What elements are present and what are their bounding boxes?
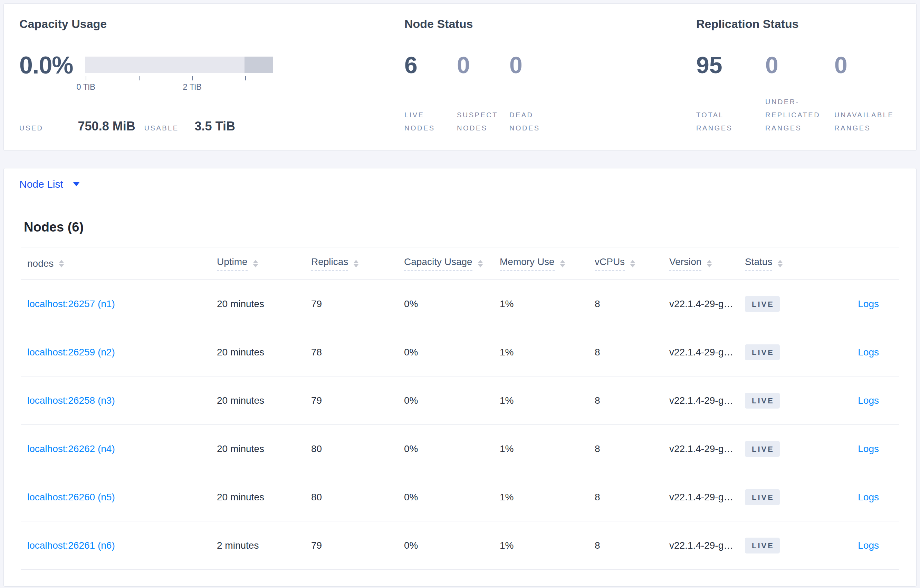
uptime-cell: 20 minutes [217, 347, 311, 358]
column-header-replicas[interactable]: Replicas [311, 256, 404, 271]
node-address-link[interactable]: localhost:26261 (n6) [27, 540, 115, 551]
logs-link[interactable]: Logs [858, 540, 879, 551]
stat-label: UNDER-REPLICATED RANGES [765, 95, 831, 134]
stat-value: 0 [834, 53, 916, 77]
node-address-link[interactable]: localhost:26260 (n5) [27, 492, 115, 502]
logs-link[interactable]: Logs [858, 347, 879, 357]
table-row: localhost:26258 (n3) 20 minutes 79 0% 1%… [21, 376, 899, 425]
sort-desc-icon [707, 264, 712, 267]
node-address-link[interactable]: localhost:26257 (n1) [27, 299, 115, 309]
status-badge: LIVE [745, 393, 780, 409]
capacity-used-percent: 0.0% [19, 53, 73, 77]
logs-link[interactable]: Logs [858, 443, 879, 454]
replicas-cell: 80 [311, 443, 404, 454]
status-badge: LIVE [745, 538, 780, 554]
node-address-link[interactable]: localhost:26262 (n4) [27, 443, 115, 454]
sort-icon[interactable] [778, 260, 782, 267]
capacity-usage-cell: 0% [404, 395, 500, 406]
uptime-cell: 20 minutes [217, 492, 311, 503]
logs-link[interactable]: Logs [858, 395, 879, 406]
replicas-cell: 78 [311, 347, 404, 358]
vcpus-cell: 8 [595, 443, 669, 454]
used-value: 750.8 MiB [78, 119, 135, 134]
capacity-usage-panel: Capacity Usage 0.0% 0 TiB 2 TiB USED 750… [4, 4, 404, 150]
node-address-link[interactable]: localhost:26259 (n2) [27, 347, 115, 357]
column-header-uptime[interactable]: Uptime [217, 256, 311, 271]
memory-use-cell: 1% [500, 540, 595, 551]
capacity-usage-cell: 0% [404, 492, 500, 503]
node-status-title: Node Status [404, 17, 696, 31]
axis-tick [139, 76, 139, 81]
vcpus-cell: 8 [595, 347, 669, 358]
sort-asc-icon [59, 260, 64, 263]
column-header-label: Version [669, 256, 701, 271]
sort-asc-icon [560, 260, 565, 263]
sort-icon[interactable] [630, 260, 635, 267]
column-header-label: vCPUs [595, 256, 625, 271]
status-badge: LIVE [745, 344, 780, 360]
column-header-status[interactable]: Status [745, 256, 824, 271]
sort-desc-icon [253, 264, 258, 267]
stat-label: SUSPECT NODES [457, 108, 504, 134]
capacity-usage-cell: 0% [404, 347, 500, 358]
sort-desc-icon [59, 264, 64, 267]
sort-icon[interactable] [354, 260, 358, 267]
capacity-usage-title: Capacity Usage [19, 17, 404, 31]
column-header-capacity-usage[interactable]: Capacity Usage [404, 256, 500, 271]
column-header-memory-use[interactable]: Memory Use [500, 256, 595, 271]
axis-tick [245, 76, 246, 81]
uptime-cell: 2 minutes [217, 540, 311, 551]
logs-link[interactable]: Logs [858, 492, 879, 502]
stat-value: 0 [509, 53, 696, 77]
stat-label: TOTAL RANGES [696, 108, 762, 134]
stat-label: LIVE NODES [404, 108, 451, 134]
column-header-vcpus[interactable]: vCPUs [595, 256, 669, 271]
version-cell: v22.1.4-29-g… [669, 443, 745, 454]
table-row: localhost:26261 (n6) 2 minutes 79 0% 1% … [21, 522, 899, 570]
vcpus-cell: 8 [595, 540, 669, 551]
version-cell: v22.1.4-29-g… [669, 540, 745, 551]
node-list-dropdown-label[interactable]: Node List [19, 178, 63, 190]
usable-label: USABLE [144, 121, 179, 134]
vcpus-cell: 8 [595, 299, 669, 310]
sort-desc-icon [560, 264, 565, 267]
sort-icon[interactable] [478, 260, 483, 267]
status-badge: LIVE [745, 489, 780, 505]
memory-use-cell: 1% [500, 492, 595, 503]
table-body: localhost:26257 (n1) 20 minutes 79 0% 1%… [21, 280, 899, 570]
column-header-label: nodes [27, 258, 53, 269]
capacity-bar [85, 57, 273, 73]
version-cell: v22.1.4-29-g… [669, 299, 745, 310]
sort-icon[interactable] [253, 260, 258, 267]
uptime-cell: 20 minutes [217, 443, 311, 454]
replicas-cell: 79 [311, 299, 404, 310]
uptime-cell: 20 minutes [217, 299, 311, 310]
column-header-version[interactable]: Version [669, 256, 745, 271]
column-header-label: Memory Use [500, 256, 555, 271]
replication-status-panel: Replication Status 9500 TOTAL RANGESUNDE… [696, 4, 916, 150]
version-cell: v22.1.4-29-g… [669, 492, 745, 503]
replicas-cell: 80 [311, 492, 404, 503]
memory-use-cell: 1% [500, 443, 595, 454]
table-row: localhost:26257 (n1) 20 minutes 79 0% 1%… [21, 280, 899, 328]
sort-asc-icon [707, 260, 712, 263]
table-header-row: nodesUptimeReplicasCapacity UsageMemory … [21, 247, 899, 280]
sort-icon[interactable] [59, 260, 64, 267]
sort-icon[interactable] [560, 260, 565, 267]
replicas-cell: 79 [311, 540, 404, 551]
axis-tick-label: 0 TiB [76, 82, 95, 92]
uptime-cell: 20 minutes [217, 395, 311, 406]
sort-asc-icon [478, 260, 483, 263]
node-status-panel: Node Status 600 LIVE NODESSUSPECT NODESD… [404, 4, 696, 150]
status-badge: LIVE [745, 296, 780, 312]
memory-use-cell: 1% [500, 299, 595, 310]
sort-icon[interactable] [707, 260, 712, 267]
logs-link[interactable]: Logs [858, 299, 879, 309]
capacity-usage-cell: 0% [404, 443, 500, 454]
version-cell: v22.1.4-29-g… [669, 395, 745, 406]
node-address-link[interactable]: localhost:26258 (n3) [27, 395, 115, 406]
usable-value: 3.5 TiB [195, 119, 235, 134]
column-header-nodes[interactable]: nodes [21, 258, 217, 269]
capacity-usage-cell: 0% [404, 299, 500, 310]
node-list-dropdown[interactable]: Node List [4, 168, 916, 200]
